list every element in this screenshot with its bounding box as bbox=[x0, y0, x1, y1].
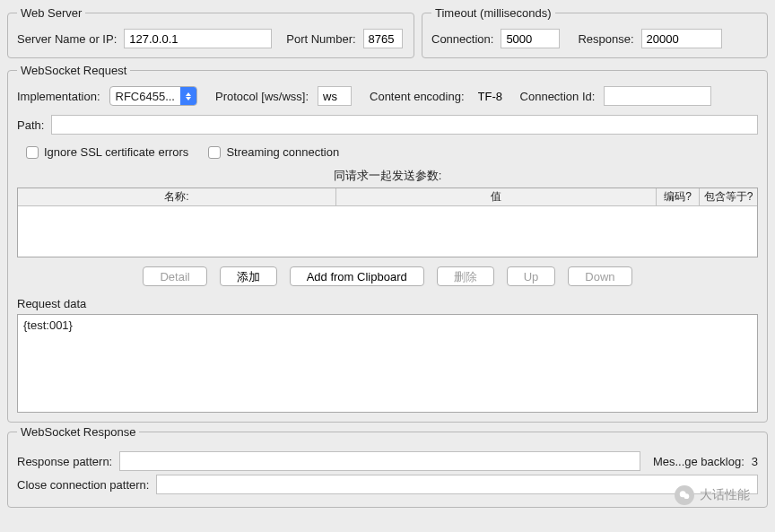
web-server-group: Web Server Server Name or IP: Port Numbe… bbox=[7, 6, 414, 58]
enc-label: Content encoding: bbox=[370, 90, 465, 103]
ignore-ssl-label: Ignore SSL certificate errors bbox=[44, 145, 188, 159]
ws-response-legend: WebSocket Response bbox=[17, 425, 139, 439]
request-data-value: {test:001} bbox=[23, 318, 73, 332]
connid-label: Connection Id: bbox=[520, 90, 596, 103]
params-table[interactable]: 名称: 值 编码? 包含等于? bbox=[17, 188, 758, 257]
path-input[interactable] bbox=[51, 115, 758, 135]
proto-input[interactable] bbox=[318, 86, 352, 106]
backlog-label: Mes...ge backlog: bbox=[653, 455, 745, 468]
port-input[interactable] bbox=[363, 29, 403, 48]
add-clipboard-button[interactable]: Add from Clipboard bbox=[290, 266, 424, 286]
down-button[interactable]: Down bbox=[568, 266, 631, 286]
websocket-request-group: WebSocket Request Implementation: RFC645… bbox=[7, 64, 768, 423]
col-value[interactable]: 值 bbox=[336, 188, 657, 205]
up-button[interactable]: Up bbox=[507, 266, 556, 286]
impl-label: Implementation: bbox=[17, 90, 100, 103]
params-title: 同请求一起发送参数: bbox=[17, 168, 758, 184]
close-pattern-input[interactable] bbox=[156, 475, 758, 494]
impl-select[interactable]: RFC6455... bbox=[109, 86, 197, 106]
server-name-label: Server Name or IP: bbox=[17, 32, 117, 46]
backlog-value: 3 bbox=[752, 455, 758, 468]
resp-timeout-label: Response: bbox=[578, 32, 633, 46]
websocket-response-group: WebSocket Response Response pattern: Mes… bbox=[7, 425, 768, 508]
delete-button[interactable]: 删除 bbox=[437, 266, 494, 286]
streaming-label: Streaming connection bbox=[226, 145, 339, 159]
server-name-input[interactable] bbox=[124, 29, 272, 48]
checkbox-icon bbox=[208, 146, 221, 159]
conn-timeout-input[interactable] bbox=[501, 29, 560, 48]
request-data-label: Request data bbox=[17, 297, 758, 310]
ws-request-legend: WebSocket Request bbox=[17, 64, 130, 77]
chevron-updown-icon bbox=[180, 86, 196, 106]
connid-input[interactable] bbox=[604, 86, 711, 106]
close-pattern-label: Close connection pattern: bbox=[17, 478, 149, 492]
request-data-input[interactable]: {test:001} bbox=[17, 314, 758, 413]
timeout-legend: Timeout (milliseconds) bbox=[431, 6, 555, 20]
web-server-legend: Web Server bbox=[17, 6, 85, 20]
resp-pattern-input[interactable] bbox=[119, 451, 640, 471]
port-label: Port Number: bbox=[286, 32, 355, 46]
enc-input[interactable] bbox=[474, 86, 511, 106]
detail-button[interactable]: Detail bbox=[143, 266, 206, 286]
params-header: 名称: 值 编码? 包含等于? bbox=[18, 188, 757, 206]
timeout-group: Timeout (milliseconds) Connection: Respo… bbox=[422, 6, 768, 58]
path-label: Path: bbox=[17, 118, 44, 132]
resp-pattern-label: Response pattern: bbox=[17, 455, 112, 468]
col-encode[interactable]: 编码? bbox=[657, 188, 700, 205]
col-name[interactable]: 名称: bbox=[18, 188, 336, 205]
col-include[interactable]: 包含等于? bbox=[700, 188, 757, 205]
conn-timeout-label: Connection: bbox=[431, 32, 493, 46]
checkbox-icon bbox=[26, 146, 39, 159]
streaming-checkbox[interactable]: Streaming connection bbox=[208, 145, 339, 159]
resp-timeout-input[interactable] bbox=[641, 29, 722, 48]
ignore-ssl-checkbox[interactable]: Ignore SSL certificate errors bbox=[26, 145, 188, 159]
impl-select-value: RFC6455... bbox=[110, 90, 180, 103]
add-button[interactable]: 添加 bbox=[220, 266, 277, 286]
proto-label: Protocol [ws/wss]: bbox=[215, 90, 309, 103]
